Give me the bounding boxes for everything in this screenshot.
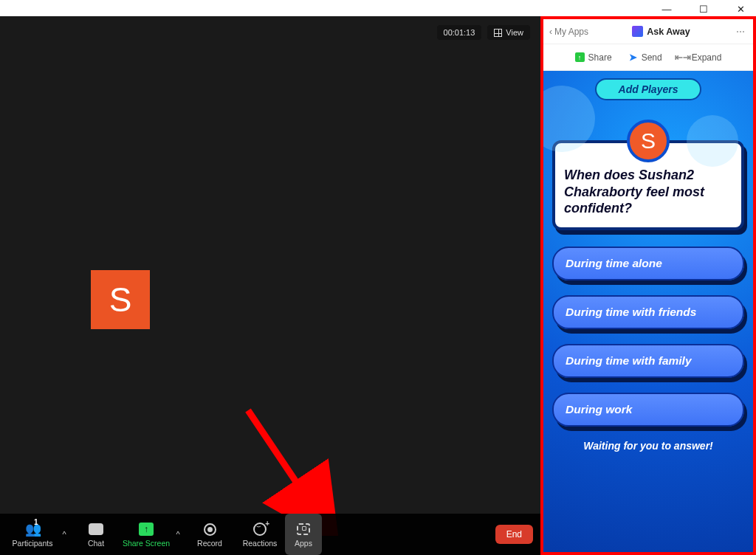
question-avatar-initial: S: [641, 128, 656, 154]
view-label: View: [506, 28, 523, 37]
panel-send-label: Send: [642, 52, 662, 63]
participant-avatar-initial: S: [109, 280, 132, 320]
participants-count: 1: [34, 518, 38, 526]
meeting-toolbar: 1 👥 Participants ^ Chat ↑ Share Screen ^…: [0, 514, 540, 555]
reactions-icon: [253, 521, 267, 537]
window-maximize-button[interactable]: ☐: [694, 4, 713, 15]
apps-label: Apps: [295, 539, 312, 548]
chat-button[interactable]: Chat: [71, 514, 121, 555]
waiting-message: Waiting for you to answer!: [552, 440, 744, 452]
meeting-area: 00:01:13 View S 1 👥 Participan: [0, 16, 540, 555]
answer-option-3[interactable]: During work: [552, 393, 744, 427]
apps-button[interactable]: Apps: [285, 514, 322, 555]
decorative-circle: [687, 115, 738, 167]
answer-option-2[interactable]: During time with family: [552, 344, 744, 378]
app-frame: 00:01:13 View S 1 👥 Participan: [0, 16, 756, 555]
panel-title: Ask Away: [588, 26, 734, 37]
panel-expand-button[interactable]: ⇤⇥ Expand: [678, 52, 722, 63]
reactions-button[interactable]: Reactions: [235, 514, 285, 555]
share-screen-caret[interactable]: ^: [171, 514, 185, 555]
share-screen-label: Share Screen: [123, 539, 170, 548]
answer-option-0[interactable]: During time alone: [552, 247, 744, 280]
panel-back-button[interactable]: ‹ My Apps: [549, 27, 588, 37]
panel-title-text: Ask Away: [647, 27, 690, 37]
window-minimize-button[interactable]: —: [657, 4, 676, 15]
participants-caret[interactable]: ^: [58, 514, 71, 555]
record-icon: [204, 521, 216, 537]
question-avatar: S: [627, 120, 670, 162]
panel-action-bar: ↑ Share ➤ Send ⇤⇥ Expand: [543, 44, 753, 71]
send-icon: ➤: [628, 52, 638, 62]
panel-more-button[interactable]: ⋯: [734, 27, 747, 37]
panel-share-button[interactable]: ↑ Share: [575, 52, 612, 63]
question-text: When does Sushan2 Chakraborty feel most …: [564, 168, 704, 216]
participants-label: Participants: [13, 539, 53, 548]
svg-line-0: [248, 410, 317, 514]
chat-label: Chat: [88, 539, 104, 548]
record-button[interactable]: Record: [185, 514, 235, 555]
window-close-button[interactable]: ✕: [731, 4, 750, 15]
participants-button[interactable]: 1 👥 Participants: [7, 514, 58, 555]
panel-send-button[interactable]: ➤ Send: [628, 52, 662, 63]
grid-icon: [494, 29, 502, 37]
meeting-timer: 00:01:13: [437, 25, 482, 40]
share-icon: ↑: [575, 52, 585, 62]
answer-list: During time alone During time with frien…: [552, 247, 744, 427]
answer-option-1[interactable]: During time with friends: [552, 295, 744, 329]
ask-away-game: Add Players S When does Sushan2 Chakrabo…: [543, 71, 753, 552]
view-button[interactable]: View: [487, 25, 530, 40]
window-controls: — ☐ ✕: [653, 0, 756, 16]
panel-share-label: Share: [588, 52, 612, 63]
meeting-top-controls: 00:01:13 View: [437, 25, 530, 40]
chat-icon: [89, 521, 103, 537]
apps-icon: [297, 521, 310, 537]
panel-expand-label: Expand: [692, 52, 722, 63]
participant-avatar: S: [91, 270, 150, 329]
ask-away-app-icon: [632, 26, 643, 37]
share-screen-button[interactable]: ↑ Share Screen: [121, 514, 171, 555]
expand-icon: ⇤⇥: [678, 52, 688, 62]
panel-back-label: My Apps: [554, 27, 588, 37]
record-label: Record: [197, 539, 222, 548]
meeting-timer-value: 00:01:13: [444, 28, 475, 37]
end-meeting-button[interactable]: End: [495, 525, 533, 544]
apps-side-panel: ‹ My Apps Ask Away ⋯ ↑ Share ➤ Send ⇤⇥ E…: [540, 16, 756, 555]
panel-header: ‹ My Apps Ask Away ⋯: [543, 19, 753, 44]
share-screen-icon: ↑: [139, 521, 154, 537]
chevron-left-icon: ‹: [549, 27, 552, 37]
reactions-label: Reactions: [243, 539, 278, 548]
add-players-button[interactable]: Add Players: [595, 78, 702, 100]
